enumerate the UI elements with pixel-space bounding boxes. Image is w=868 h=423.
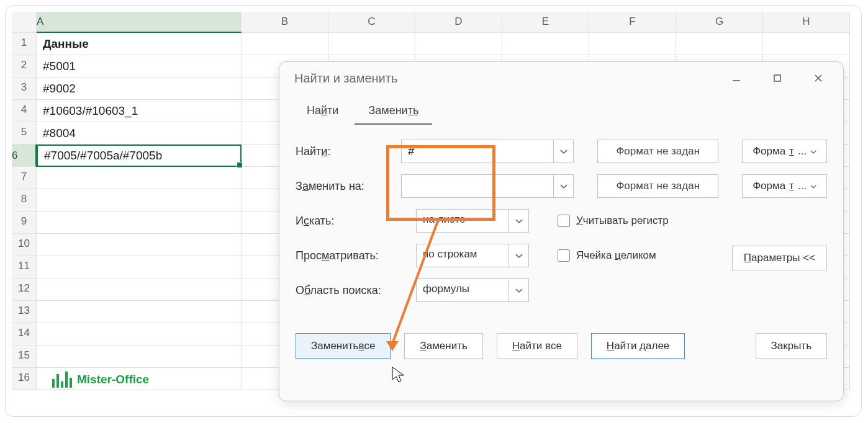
match-case-checkbox[interactable] (558, 215, 570, 227)
cell[interactable] (37, 234, 242, 256)
row-header[interactable]: 1 (12, 33, 37, 55)
row-header[interactable]: 12 (12, 278, 37, 301)
view-dropdown[interactable] (509, 244, 529, 267)
row-header[interactable]: 9 (12, 212, 37, 234)
cell[interactable] (37, 256, 242, 278)
cell[interactable] (37, 189, 242, 212)
tab-find[interactable]: Найти (293, 98, 352, 125)
whole-cell-checkbox[interactable] (558, 249, 570, 262)
svg-rect-1 (774, 75, 780, 81)
column-header[interactable]: D (415, 12, 502, 33)
cell[interactable]: #10603/#10603_1 (37, 100, 242, 122)
cell[interactable] (328, 33, 415, 55)
find-replace-dialog: Найти и заменить Найти Заменить Найти: Ф… (279, 61, 844, 401)
tab-replace[interactable]: Заменить (355, 98, 432, 125)
cell[interactable] (37, 278, 242, 301)
replace-format-display: Формат не задан (597, 174, 718, 198)
column-header[interactable]: E (502, 12, 589, 33)
cursor-icon (391, 366, 405, 386)
row-header[interactable]: 14 (12, 323, 37, 345)
column-header[interactable] (12, 12, 37, 33)
cell[interactable]: #7005/#7005a/#7005b (37, 145, 242, 167)
row-header[interactable]: 11 (12, 256, 37, 278)
maximize-button[interactable] (766, 69, 789, 87)
column-header[interactable]: C (328, 12, 415, 33)
find-format-display: Формат не задан (597, 140, 718, 163)
close-button[interactable] (807, 69, 830, 87)
find-dropdown[interactable] (554, 140, 574, 163)
column-header[interactable]: F (589, 12, 676, 33)
row-header[interactable]: 3 (12, 78, 37, 100)
cell[interactable] (676, 33, 763, 55)
row-header[interactable]: 4 (12, 100, 37, 122)
minimize-button[interactable] (725, 69, 748, 87)
find-label: Найти: (296, 145, 392, 158)
row-header[interactable]: 6 (12, 145, 37, 167)
row-header[interactable]: 16 (12, 368, 37, 390)
find-next-button[interactable]: Найти далее (591, 333, 685, 359)
row-header[interactable]: 2 (12, 55, 37, 78)
logo: Mister-Office (52, 372, 149, 388)
cell[interactable] (37, 212, 242, 234)
row-header[interactable]: 8 (12, 189, 37, 212)
cell[interactable]: #5001 (37, 55, 242, 78)
cell[interactable]: Данные (37, 33, 242, 55)
find-all-button[interactable]: Найти все (497, 333, 577, 359)
svg-line-4 (392, 220, 438, 344)
close-dialog-button[interactable]: Закрыть (756, 333, 827, 359)
search-in-dropdown[interactable] (509, 209, 529, 233)
column-header[interactable]: A (37, 12, 242, 33)
row-header[interactable]: 5 (12, 122, 37, 145)
highlight-box (386, 145, 495, 221)
cell[interactable] (589, 33, 676, 55)
whole-cell-label: Ячейка целиком (576, 249, 656, 262)
params-button[interactable]: Параметры << (732, 246, 827, 270)
arrow-head-icon (386, 341, 399, 351)
column-header[interactable]: G (676, 12, 763, 33)
row-header[interactable]: 15 (12, 345, 37, 368)
find-format-button[interactable]: Формат... (742, 140, 827, 163)
cell[interactable] (37, 323, 242, 345)
column-header[interactable]: B (242, 12, 328, 33)
replace-format-button[interactable]: Формат... (742, 174, 827, 198)
match-case-label: Учитывать регистр (576, 215, 669, 227)
cell[interactable] (415, 33, 502, 55)
replace-label: Заменить на: (296, 180, 392, 193)
row-header[interactable]: 13 (12, 301, 37, 323)
replace-all-button[interactable]: Заменить все (296, 333, 391, 359)
cell[interactable]: #8004 (37, 122, 242, 145)
column-header[interactable]: H (763, 12, 850, 33)
arrow-line (386, 220, 442, 354)
cell[interactable] (242, 33, 328, 55)
cell[interactable] (37, 167, 242, 189)
replace-dropdown[interactable] (554, 174, 574, 198)
row-header[interactable]: 10 (12, 234, 37, 256)
cell[interactable] (502, 33, 589, 55)
cell[interactable] (763, 33, 850, 55)
cell[interactable]: #9002 (37, 78, 242, 100)
logo-bars-icon (52, 372, 72, 388)
logo-text: Mister-Office (77, 373, 149, 386)
cell[interactable] (37, 301, 242, 323)
area-dropdown[interactable] (509, 278, 529, 302)
row-header[interactable]: 7 (12, 167, 37, 189)
dialog-title: Найти и заменить (294, 71, 397, 86)
cell[interactable] (37, 345, 242, 368)
svg-marker-5 (392, 367, 404, 382)
